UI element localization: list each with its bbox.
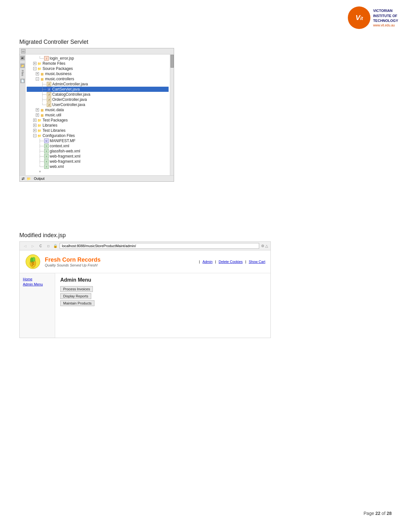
- nav-sep2: |: [215, 260, 216, 264]
- expand-util[interactable]: +: [36, 113, 39, 117]
- tree-label: CartServlet.java: [52, 87, 80, 92]
- tree-item-web-fragment1[interactable]: ├─ X web-fragment.xml: [27, 154, 169, 159]
- expand-test-lib[interactable]: +: [33, 129, 36, 132]
- fcr-nav: | Admin | Delete Cookies | Show Cart: [199, 260, 265, 264]
- ide-scrollbar[interactable]: [170, 54, 174, 175]
- ide-files-label: Files: [21, 70, 24, 76]
- browser-panel: ◁ ▷ C □ 🔒 ⚙ △: [19, 241, 271, 338]
- xml-icon: X: [44, 144, 49, 148]
- expand-data[interactable]: +: [36, 108, 39, 111]
- expand-business[interactable]: +: [36, 72, 39, 75]
- tree-item-manifest[interactable]: ├─ M MANIFEST.MF: [27, 138, 169, 143]
- xml-icon: X: [44, 149, 49, 153]
- nav-admin-link[interactable]: Admin: [202, 260, 212, 264]
- sidebar-home-link[interactable]: Home: [23, 277, 52, 281]
- tree-label: context.xml: [50, 144, 69, 148]
- tree-label: Configuration Files: [43, 133, 75, 138]
- svg-point-7: [33, 264, 34, 265]
- ide-toolbar-btn1[interactable]: —: [21, 49, 25, 53]
- svg-point-4: [32, 261, 33, 263]
- expand-libraries[interactable]: +: [33, 124, 36, 127]
- tree-item-music-data[interactable]: + ▦ music.data: [27, 107, 169, 112]
- tree-item-admin-controller[interactable]: ├─ J AdminController.java: [27, 82, 169, 87]
- fcr-subtitle: Quality Sounds Served Up Fresh!: [45, 263, 195, 267]
- folder-icon: 📁: [37, 118, 42, 122]
- section1: Migrated Controller Servlet — ⇄ 📁 Files …: [19, 39, 187, 182]
- tree-item-test-packages[interactable]: + 📁 Test Packages: [27, 118, 169, 123]
- expand-controllers[interactable]: −: [36, 77, 39, 81]
- fcr-header: Fresh Corn Records Quality Sounds Served…: [20, 250, 270, 273]
- browser-content: Fresh Corn Records Quality Sounds Served…: [20, 250, 270, 338]
- vit-logo-circle: Vit: [348, 6, 370, 29]
- main-heading: Admin Menu: [60, 277, 265, 283]
- forward-button[interactable]: ▷: [30, 243, 36, 249]
- page-prefix: Page: [364, 511, 376, 516]
- java-icon: J: [47, 97, 51, 102]
- ide-left-icon1[interactable]: ⇄: [20, 56, 25, 60]
- ide-left-icon3[interactable]: 📄: [20, 79, 25, 83]
- expand-remote[interactable]: +: [33, 62, 36, 65]
- page-number: Page 22 of 28: [364, 511, 392, 516]
- refresh-button[interactable]: C: [38, 243, 44, 249]
- ide-scrollbar-thumb[interactable]: [171, 55, 174, 68]
- address-bar[interactable]: [60, 243, 259, 249]
- svg-point-6: [32, 263, 33, 264]
- ide-left-icon2[interactable]: 📁: [20, 63, 25, 68]
- tree-item-order-controller[interactable]: ├─ J OrderController.java: [27, 97, 169, 102]
- tree-label: OrderController.java: [52, 97, 87, 102]
- display-reports-button[interactable]: Display Reports: [60, 293, 91, 299]
- tree-label: UserController.java: [52, 102, 85, 107]
- tree-label: music.business: [45, 72, 72, 76]
- tree-item-glassfish-xml[interactable]: ├─ X glassfish-web.xml: [27, 149, 169, 154]
- tree-item-music-controllers[interactable]: − ▦ music.controllers: [27, 76, 169, 82]
- tree-label: Remote Files: [43, 61, 65, 66]
- tree-item-login-error[interactable]: └─ J login_error.jsp: [27, 56, 169, 61]
- expand-test[interactable]: +: [33, 119, 36, 122]
- tree-item-music-business[interactable]: + ▦ music.business: [27, 71, 169, 76]
- lock-icon: 🔒: [53, 244, 58, 248]
- jsp-icon: J: [44, 56, 49, 61]
- bottom-icon1[interactable]: ⇄: [22, 177, 24, 181]
- tree-label: music.data: [45, 108, 64, 112]
- tree-item-remote-files[interactable]: + 📁 Remote Files: [27, 61, 169, 66]
- process-invoices-button[interactable]: Process Invoices: [60, 286, 93, 292]
- sidebar-admin-link[interactable]: Admin Menu: [23, 282, 52, 286]
- expand-source[interactable]: −: [33, 67, 36, 70]
- tree-label: Test Packages: [43, 118, 68, 122]
- folder-icon: 📁: [37, 128, 42, 133]
- browser-toolbar: ◁ ▷ C □ 🔒 ⚙ △: [20, 242, 270, 250]
- tree-item-catalog-controller[interactable]: ├─ J CatalogController.java: [27, 92, 169, 97]
- tree-label: web.xml: [50, 164, 64, 169]
- back-button[interactable]: ◁: [22, 243, 28, 249]
- expand-config[interactable]: −: [33, 134, 36, 137]
- tree-item-cart-servlet[interactable]: ├─ J CartServlet.java: [27, 87, 169, 92]
- tree-label: music.util: [45, 113, 61, 117]
- tree-item-context-xml[interactable]: ├─ X context.xml: [27, 143, 169, 149]
- home-button[interactable]: □: [45, 243, 51, 249]
- tree-item-config-files[interactable]: − 📁 Configuration Files: [27, 133, 169, 138]
- src-folder-icon: 📁: [37, 66, 42, 71]
- page-total: 28: [387, 511, 392, 516]
- vit-url: www.vit.edu.au: [373, 24, 398, 27]
- tree-label: CatalogController.java: [52, 92, 90, 97]
- tree-item-web-xml[interactable]: └─ X web.xml: [27, 164, 169, 169]
- tree-item-music-util[interactable]: + ▦ music.util: [27, 112, 169, 118]
- tree-item-user-controller[interactable]: └─ J UserController.java: [27, 102, 169, 107]
- maintain-products-button[interactable]: Maintain Products: [60, 300, 94, 306]
- nav-delete-link[interactable]: Delete Cookies: [219, 260, 243, 264]
- tree-item-test-libraries[interactable]: + 📁 Test Libraries: [27, 128, 169, 133]
- fcr-body: Home Admin Menu Admin Menu Process Invoi…: [20, 273, 270, 338]
- fcr-sidebar: Home Admin Menu: [20, 273, 55, 338]
- svg-point-5: [33, 262, 34, 263]
- ide-tree: └─ J login_error.jsp + 📁 Remote Files − …: [25, 54, 170, 175]
- tree-item-source-packages[interactable]: − 📁 Source Packages: [27, 66, 169, 71]
- tree-item-libraries[interactable]: + 📁 Libraries: [27, 123, 169, 128]
- tree-item-web-fragment2[interactable]: ├─ X web-fragment.xml: [27, 159, 169, 164]
- pkg-icon: ▦: [40, 77, 44, 81]
- folder-icon: 📁: [37, 123, 42, 128]
- ide-toolbar: —: [20, 48, 174, 54]
- nav-cart-link[interactable]: Show Cart: [249, 260, 265, 264]
- fcr-logo-image: [25, 254, 41, 270]
- folder-icon: 📁: [37, 133, 42, 138]
- vit-line2: INSTITUTE OF: [373, 14, 398, 18]
